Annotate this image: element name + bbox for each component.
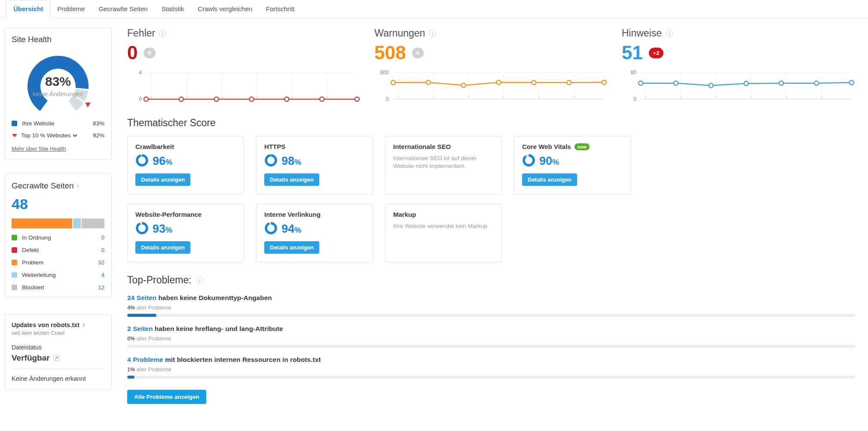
fehler-change-badge: 0 (144, 48, 155, 58)
issue-robots-resources-text: mit blockierten internen Ressourcen in r… (165, 356, 321, 363)
defekt-swatch (12, 247, 17, 253)
divider (12, 369, 104, 369)
card-interne-verlinkung: Interne Verlinkung 94% Details anzeigen (256, 204, 373, 262)
tab-probleme[interactable]: Probleme (50, 0, 92, 18)
robots-subtitle: seit dem letzten Crawl (12, 330, 104, 336)
card-crawlbarkeit: Crawlbarkeit 96% Details anzeigen (127, 136, 244, 194)
blockiert-count[interactable]: 12 (98, 284, 104, 291)
warnungen-title: Warnungen (374, 27, 425, 39)
crawlbarkeit-score-row: 96% (135, 154, 236, 169)
issue-robots-resources: 4 Probleme mit blockierten internen Ress… (127, 356, 855, 379)
tab-bar: Übersicht Probleme Gecrawlte Seiten Stat… (0, 0, 868, 18)
fehler-title-row: Fehler i (127, 27, 361, 39)
problem-count[interactable]: 32 (98, 259, 104, 266)
chevron-down-icon[interactable] (73, 133, 77, 137)
top10-value: 92% (93, 132, 104, 139)
your-website-swatch (12, 121, 17, 126)
issue-hreflang-title: 2 Seiten haben keine hreflang- und lang-… (127, 325, 855, 333)
in-ordnung-count[interactable]: 0 (101, 234, 104, 241)
card-internationale-seo: Internationale SEO Internationale SEO is… (385, 136, 502, 194)
core-web-vitals-title-text: Core Web Vitals (522, 143, 571, 150)
fehler-title: Fehler (127, 27, 155, 39)
external-link-icon[interactable]: ↗ (53, 355, 59, 361)
tab-uebersicht[interactable]: Übersicht (6, 0, 50, 18)
issue-doctype: 24 Seiten haben keine Dokumenttyp-Angabe… (127, 294, 855, 317)
more-site-health-link[interactable]: Mehr über Site Health (12, 146, 66, 152)
your-website-value: 83% (93, 120, 104, 127)
sidebar: Site Health 83% keine Änderungen Ihre We… (4, 27, 112, 404)
thematic-cards: Crawlbarkeit 96% Details anzeigen HTTPS (127, 136, 633, 262)
details-anzeigen-button[interactable]: Details anzeigen (522, 173, 577, 186)
metric-hinweise: Hinweise i 51 +2 800 (622, 27, 855, 107)
top10-label: Top 10 % Websites (21, 132, 70, 139)
main-panel: Fehler i 0 0 40 Warnungen i 508 0 800 (127, 27, 855, 404)
thematic-score-title: Thematischer Score (127, 117, 855, 129)
legend-row-blockiert: Blockiert 12 (12, 284, 104, 291)
all-issues-button[interactable]: Alle Probleme anzeigen (127, 390, 206, 404)
interne-verlinkung-score: 94% (281, 222, 301, 236)
thematic-score-section: Thematischer Score Crawlbarkeit 96% Deta… (127, 117, 855, 262)
hinweise-change-badge: +2 (649, 48, 664, 58)
tab-statistik[interactable]: Statistik (155, 0, 191, 18)
defekt-count[interactable]: 0 (101, 247, 104, 253)
crawlbarkeit-title: Crawlbarkeit (135, 143, 236, 150)
site-health-score: 83% (13, 74, 103, 89)
markup-title: Markup (393, 211, 494, 218)
top-issues-title: Top-Probleme: (127, 274, 192, 286)
details-anzeigen-button[interactable]: Details anzeigen (264, 241, 319, 254)
warnungen-title-row: Warnungen i (374, 27, 608, 39)
top-issues-title-row: Top-Probleme: i (127, 274, 855, 286)
crawled-pages-card: Gecrawlte Seiten i 48 In Ordnung 0 Defek… (4, 174, 112, 298)
details-anzeigen-button[interactable]: Details anzeigen (264, 173, 319, 186)
benchmark-triangle-icon (12, 134, 17, 137)
card-https: HTTPS 98% Details anzeigen (256, 136, 373, 194)
tab-fortschritt[interactable]: Fortschritt (259, 0, 302, 18)
file-status-label: Dateistatus (12, 344, 104, 351)
info-icon[interactable]: i (77, 182, 79, 189)
issue-hreflang-text: haben keine hreflang- und lang-Attribute (155, 325, 283, 332)
issue-doctype-link[interactable]: 24 Seiten (127, 294, 156, 301)
weiterleitung-label: Weiterleitung (22, 272, 56, 278)
issue-hreflang-link[interactable]: 2 Seiten (127, 325, 153, 332)
top-issues-section: Top-Probleme: i 24 Seiten haben keine Do… (127, 274, 855, 404)
donut-icon (522, 154, 535, 169)
site-health-legend-top10[interactable]: Top 10 % Websites 92% (12, 132, 104, 139)
hinweise-title-row: Hinweise i (622, 27, 855, 39)
issue-robots-resources-bar (127, 376, 855, 379)
metric-warnungen: Warnungen i 508 0 8000 (374, 27, 608, 107)
info-icon[interactable]: i (83, 322, 85, 328)
crawled-pages-total: 48 (12, 196, 104, 212)
info-icon[interactable]: i (196, 276, 203, 284)
issue-robots-resources-link[interactable]: 4 Probleme (127, 356, 163, 363)
issue-hreflang-bar (127, 345, 855, 348)
details-anzeigen-button[interactable]: Details anzeigen (135, 241, 190, 254)
warnungen-count: 508 (374, 42, 406, 64)
tab-gecrawlte-seiten[interactable]: Gecrawlte Seiten (92, 0, 154, 18)
info-icon[interactable]: i (159, 30, 166, 37)
details-anzeigen-button[interactable]: Details anzeigen (135, 173, 190, 186)
info-icon[interactable]: i (429, 30, 436, 37)
crawled-pages-legend: In Ordnung 0 Defekt 0 Problem 32 Weiterl… (12, 234, 104, 291)
robots-title: Updates von robots.txt i (12, 322, 104, 328)
core-web-vitals-score-row: 90% (522, 154, 623, 169)
issue-robots-resources-pct: 1% aller Probleme (127, 367, 855, 373)
site-health-change: keine Änderungen (13, 91, 103, 97)
weiterleitung-count[interactable]: 4 (101, 272, 104, 278)
warnungen-trend-chart: 8000 (374, 66, 608, 107)
legend-row-weiterleitung: Weiterleitung 4 (12, 272, 104, 278)
robots-card: Updates von robots.txt i seit dem letzte… (4, 314, 112, 389)
in-ordnung-label: In Ordnung (22, 234, 51, 241)
site-health-gauge: 83% keine Änderungen (13, 50, 103, 115)
issue-hreflang-pct: 0% aller Probleme (127, 336, 855, 342)
svg-text:0: 0 (139, 96, 142, 102)
info-icon[interactable]: i (666, 30, 673, 37)
site-health-legend-your-site: Ihre Website 83% (12, 120, 104, 127)
in-ordnung-swatch (12, 235, 17, 240)
issue-hreflang: 2 Seiten haben keine hreflang- und lang-… (127, 325, 855, 348)
https-title: HTTPS (264, 143, 365, 150)
tab-crawls-vergleichen[interactable]: Crawls vergleichen (191, 0, 259, 18)
svg-text:4: 4 (139, 70, 142, 76)
robots-title-text: Updates von robots.txt (12, 322, 79, 328)
robots-note: Keine Änderungen erkannt (12, 375, 104, 382)
blockiert-label: Blockiert (22, 284, 44, 291)
